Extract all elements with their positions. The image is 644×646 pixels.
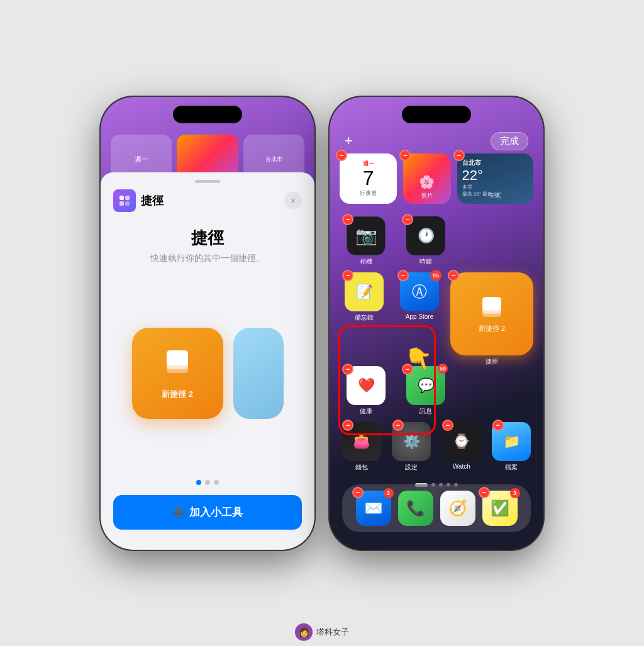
clock-minus[interactable]: − bbox=[402, 214, 413, 225]
shortcut-sheet: 捷徑 × 捷徑 快速執行你的其中一個捷徑。 新 bbox=[101, 172, 314, 550]
reminders-badge: 3 bbox=[510, 488, 520, 498]
done-button[interactable]: 完成 bbox=[491, 132, 528, 150]
photos-minus-badge[interactable]: − bbox=[399, 150, 411, 161]
shortcut-widget-card: 新捷徑 2 bbox=[132, 328, 223, 419]
calendar-widget[interactable]: − 週一 7 行事曆 bbox=[340, 153, 397, 204]
app-cell-clock[interactable]: − 🕐 時鐘 bbox=[399, 216, 453, 266]
clock-label: 時鐘 bbox=[419, 257, 432, 266]
shortcut-minus[interactable]: − bbox=[448, 270, 459, 281]
shortcut-widget-container[interactable]: − 新捷徑 2 捷徑 bbox=[450, 272, 533, 366]
cal-number: 7 bbox=[363, 168, 374, 188]
sheet-app-icon bbox=[113, 189, 136, 212]
dynamic-island-left bbox=[173, 106, 242, 123]
app-cell-camera[interactable]: − 📷 相機 bbox=[340, 216, 393, 266]
sheet-pagination-dots bbox=[196, 480, 219, 485]
shortcut-layers-icon-right bbox=[478, 294, 506, 321]
app-grid: − 📷 相機 − 🕐 時鐘 bbox=[340, 216, 533, 478]
app-cell-notes[interactable]: − 📝 備忘錄 bbox=[340, 272, 389, 322]
right-screen: + 完成 − 週一 7 行事曆 − 🌸 照片 − 台北市 22° bbox=[330, 97, 543, 550]
watermark: 👩 塔科女子 bbox=[295, 623, 349, 641]
weather-temp: 22° bbox=[462, 167, 528, 184]
app-cell-watch[interactable]: − ⌚ Watch bbox=[440, 422, 484, 472]
row-3-apps: − 📝 備忘錄 − 95 Ⓐ App Store bbox=[340, 272, 444, 322]
sheet-close-button[interactable]: × bbox=[284, 192, 302, 209]
app-cell-messages[interactable]: − 💬 59 訊息 bbox=[399, 366, 453, 416]
shortcuts-icon bbox=[118, 194, 131, 208]
svg-rect-9 bbox=[482, 297, 501, 310]
shortcut-large-widget[interactable]: 新捷徑 2 bbox=[450, 272, 533, 355]
widget-preview-area: 新捷徑 2 bbox=[113, 277, 302, 470]
right-phone: + 完成 − 週一 7 行事曆 − 🌸 照片 − 台北市 22° bbox=[330, 97, 543, 550]
sheet-header: 捷徑 × bbox=[113, 189, 302, 212]
add-widget-button[interactable]: ➕ 加入小工具 bbox=[113, 495, 302, 530]
svg-rect-0 bbox=[119, 196, 124, 200]
svg-rect-6 bbox=[167, 350, 188, 365]
weather-widget[interactable]: − 台北市 22° 多雲 最高 25° 最低 21° 天氣 bbox=[457, 153, 533, 204]
app-cell-wallet[interactable]: − 👛 錢包 bbox=[340, 422, 384, 472]
app-cell-appstore[interactable]: − 95 Ⓐ App Store bbox=[395, 272, 444, 322]
add-icon: ➕ bbox=[172, 506, 186, 519]
app-row-5: − 👛 錢包 − ⚙️ 設定 − ⌚ Watch − 📁 檔案 bbox=[340, 422, 533, 472]
shortcut-widget-label: 捷徑 bbox=[450, 357, 533, 366]
watermark-text: 塔科女子 bbox=[316, 627, 349, 638]
mail-badge: 2 bbox=[384, 488, 394, 498]
left-screen: 週一 台北市 bbox=[101, 97, 314, 550]
files-label: 檔案 bbox=[505, 463, 518, 472]
sheet-app-name: 捷徑 bbox=[141, 193, 164, 208]
settings-minus[interactable]: − bbox=[392, 420, 404, 431]
app-cell-health[interactable]: − ❤️ 健康 bbox=[340, 366, 393, 416]
health-label: 健康 bbox=[360, 407, 372, 416]
messages-badge: 59 bbox=[438, 364, 448, 374]
row-health-messages: − ❤️ 健康 − 💬 59 訊息 bbox=[340, 366, 533, 416]
app-cell-settings[interactable]: − ⚙️ 設定 bbox=[390, 422, 434, 472]
notes-label: 備忘錄 bbox=[355, 313, 374, 322]
svg-rect-3 bbox=[125, 201, 130, 206]
photos-widget[interactable]: − 🌸 照片 bbox=[403, 153, 450, 204]
watermark-avatar: 👩 bbox=[295, 623, 313, 641]
dock-reminders[interactable]: ✅ 3 − bbox=[482, 491, 518, 526]
widget-card-label: 新捷徑 2 bbox=[162, 389, 193, 400]
weather-minus-badge[interactable]: − bbox=[453, 150, 465, 161]
wallet-minus[interactable]: − bbox=[342, 420, 353, 431]
camera-minus[interactable]: − bbox=[342, 214, 353, 225]
app-cell-files[interactable]: − 📁 檔案 bbox=[490, 422, 534, 472]
watch-label: Watch bbox=[453, 463, 470, 470]
left-phone: 週一 台北市 bbox=[101, 97, 314, 550]
appstore-label: App Store bbox=[406, 313, 433, 320]
sheet-handle bbox=[195, 180, 220, 183]
add-widget-plus[interactable]: + bbox=[345, 133, 353, 149]
calendar-minus-badge[interactable]: − bbox=[336, 150, 347, 161]
svg-rect-1 bbox=[125, 196, 130, 200]
messages-label: 訊息 bbox=[419, 407, 432, 416]
shortcut-layers-icon bbox=[162, 347, 193, 384]
app-cell-weather-empty bbox=[458, 216, 533, 266]
app-row-2: − 📷 相機 − 🕐 時鐘 bbox=[340, 216, 533, 266]
dock-mail[interactable]: ✉️ 2 − bbox=[356, 491, 391, 526]
dot-3 bbox=[214, 480, 219, 485]
sheet-subtitle: 快速執行你的其中一個捷徑。 bbox=[150, 253, 265, 264]
dock-phone[interactable]: 📞 bbox=[398, 491, 433, 526]
sheet-title-row: 捷徑 bbox=[113, 189, 164, 212]
files-minus[interactable]: − bbox=[492, 420, 504, 431]
dot-1 bbox=[196, 480, 201, 485]
widgets-row: − 週一 7 行事曆 − 🌸 照片 − 台北市 22° 多雲 最高 25° 最低… bbox=[340, 153, 533, 204]
watch-minus[interactable]: − bbox=[442, 420, 453, 431]
health-minus[interactable]: − bbox=[342, 364, 353, 375]
camera-label: 相機 bbox=[360, 257, 372, 266]
appstore-badge: 95 bbox=[430, 270, 441, 281]
dynamic-island-right bbox=[402, 106, 471, 123]
widget-preview-partial bbox=[233, 328, 284, 419]
spacer-right bbox=[458, 366, 533, 416]
dot-2 bbox=[205, 480, 210, 485]
dock: ✉️ 2 − 📞 🧭 ✅ 3 − bbox=[342, 484, 531, 532]
dock-reminders-minus[interactable]: − bbox=[479, 487, 490, 498]
appstore-minus[interactable]: − bbox=[397, 270, 409, 281]
weather-app-label: 天氣 bbox=[462, 192, 528, 200]
notes-minus[interactable]: − bbox=[342, 270, 353, 281]
sheet-main-title: 捷徑 bbox=[191, 227, 224, 249]
svg-rect-2 bbox=[119, 201, 124, 206]
dock-safari[interactable]: 🧭 bbox=[440, 491, 475, 526]
cal-label: 行事曆 bbox=[360, 189, 377, 198]
weather-desc: 多雲 bbox=[462, 184, 528, 191]
dock-mail-minus[interactable]: − bbox=[352, 487, 364, 498]
